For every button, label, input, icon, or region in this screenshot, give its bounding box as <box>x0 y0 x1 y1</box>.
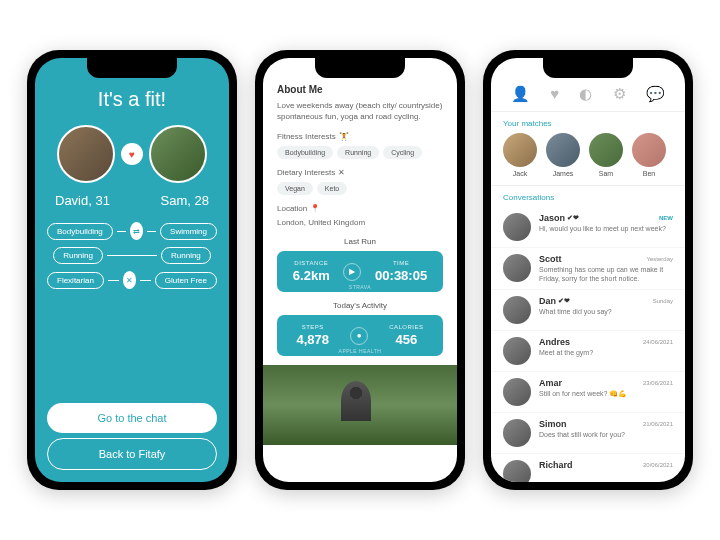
diet-chips: Vegan Keto <box>277 182 443 195</box>
matches-heading: Your matches <box>491 112 685 133</box>
conversation-avatar <box>503 213 531 241</box>
conversation-preview: Hi, would you like to meet up next week? <box>539 224 673 233</box>
activity-icon: ● <box>350 327 368 345</box>
conversation-item[interactable]: Simon21/06/2021Does that still work for … <box>491 413 685 454</box>
match-item[interactable]: Jack <box>503 133 537 177</box>
chip: Vegan <box>277 182 313 195</box>
conversation-preview: What time did you say? <box>539 307 673 316</box>
conversation-item[interactable]: Richard20/06/2021 <box>491 454 685 482</box>
conversation-preview: Meet at the gym? <box>539 348 673 357</box>
trait-pill: Running <box>161 247 211 264</box>
match-avatar <box>503 133 537 167</box>
trait-row: Bodybuilding ⇄ Swimming <box>47 222 217 240</box>
conversations-list[interactable]: Jason ✔❤NEWHi, would you like to meet up… <box>491 207 685 482</box>
trait-pill: Running <box>53 247 103 264</box>
conversation-item[interactable]: Dan ✔❤SundayWhat time did you say? <box>491 290 685 331</box>
pin-icon: 📍 <box>310 204 320 213</box>
avatar-user2[interactable] <box>149 125 207 183</box>
last-run-card: DISTANCE6.2km ▶ TIME00:38:05 STRAVA <box>277 251 443 292</box>
back-button[interactable]: Back to Fitafy <box>47 438 217 470</box>
heart-icon[interactable]: ♥ <box>550 85 559 103</box>
calories-label: CALORIES <box>389 324 423 330</box>
verified-badge-icon: ✔❤ <box>567 214 579 222</box>
conversation-name: Jason ✔❤ <box>539 213 579 223</box>
conversation-avatar <box>503 296 531 324</box>
location-heading: Location📍 <box>277 204 443 213</box>
match-name: James <box>553 170 574 177</box>
chip: Cycling <box>383 146 422 159</box>
diet-heading: Dietary Interests✕ <box>277 168 443 177</box>
conversation-time: 21/06/2021 <box>643 421 673 427</box>
conversation-name: Scott <box>539 254 562 264</box>
conversation-item[interactable]: Jason ✔❤NEWHi, would you like to meet up… <box>491 207 685 248</box>
go-to-chat-button[interactable]: Go to the chat <box>47 403 217 433</box>
match-avatars: ♥ <box>57 125 207 183</box>
today-card: STEPS4,878 ● CALORIES456 APPLE HEALTH <box>277 315 443 356</box>
conversation-avatar <box>503 254 531 282</box>
verified-badge-icon: ✔❤ <box>558 297 570 305</box>
match-item[interactable]: Sam <box>589 133 623 177</box>
conversation-item[interactable]: Amar23/06/2021Still on for next week? 👊💪 <box>491 372 685 413</box>
match-item[interactable]: James <box>546 133 580 177</box>
time-label: TIME <box>375 260 427 266</box>
conversation-time: Sunday <box>653 298 673 304</box>
settings-icon[interactable]: ⚙ <box>613 85 626 103</box>
match-name: Jack <box>513 170 527 177</box>
conversation-item[interactable]: ScottYesterdaySomething has come up can … <box>491 248 685 290</box>
trait-pill: Gluten Free <box>155 272 217 289</box>
conversation-time: 23/06/2021 <box>643 380 673 386</box>
bio-text: Love weekends away (beach city/ countrys… <box>277 100 443 122</box>
dumbbell-icon: 🏋 <box>339 132 349 141</box>
conversation-preview: Something has come up can we make it Fri… <box>539 265 673 283</box>
match-names: David, 31 Sam, 28 <box>47 193 217 208</box>
logo-icon[interactable]: ◐ <box>579 85 592 103</box>
match-avatar <box>546 133 580 167</box>
chat-icon[interactable]: 💬 <box>646 85 665 103</box>
today-heading: Today's Activity <box>277 301 443 310</box>
time-value: 00:38:05 <box>375 268 427 283</box>
fitness-heading: Fitness Interests🏋 <box>277 132 443 141</box>
conversation-time: NEW <box>659 215 673 221</box>
match-screen: It's a fit! ♥ David, 31 Sam, 28 Bodybuil… <box>35 58 229 482</box>
trait-row: Running Running <box>47 247 217 264</box>
match-avatar <box>589 133 623 167</box>
conversation-time: 20/06/2021 <box>643 462 673 468</box>
conversation-time: 24/06/2021 <box>643 339 673 345</box>
match-item[interactable]: Ben <box>632 133 666 177</box>
notch <box>315 58 405 78</box>
avatar-user1[interactable] <box>57 125 115 183</box>
trait-pill: Flexitarian <box>47 272 104 289</box>
notch <box>543 58 633 78</box>
utensils-icon: ✕ <box>338 168 345 177</box>
phone-profile: About Me Love weekends away (beach city/… <box>255 50 465 490</box>
match-avatar <box>632 133 666 167</box>
user1-name: David, 31 <box>55 193 110 208</box>
profile-photo <box>263 365 457 445</box>
conversation-name: Amar <box>539 378 562 388</box>
conversation-avatar <box>503 337 531 365</box>
conversation-avatar <box>503 460 531 482</box>
conversation-name: Simon <box>539 419 567 429</box>
match-name: Ben <box>643 170 655 177</box>
matches-row[interactable]: Jack James Sam Ben <box>491 133 685 186</box>
conversation-preview: Does that still work for you? <box>539 430 673 439</box>
user2-name: Sam, 28 <box>161 193 209 208</box>
conversation-avatar <box>503 378 531 406</box>
last-run-heading: Last Run <box>277 237 443 246</box>
cyclist-image <box>341 381 371 421</box>
conversation-preview: Still on for next week? 👊💪 <box>539 389 673 398</box>
conversation-item[interactable]: Andres24/06/2021Meet at the gym? <box>491 331 685 372</box>
trait-row: Flexitarian ✕ Gluten Free <box>47 271 217 289</box>
conversation-name: Dan ✔❤ <box>539 296 570 306</box>
fitness-icon: ⇄ <box>130 222 142 240</box>
shared-traits: Bodybuilding ⇄ Swimming Running Running … <box>47 222 217 289</box>
chip: Running <box>337 146 379 159</box>
profile-screen[interactable]: About Me Love weekends away (beach city/… <box>263 58 457 482</box>
steps-label: STEPS <box>297 324 330 330</box>
heart-icon: ♥ <box>121 143 143 165</box>
distance-label: DISTANCE <box>293 260 330 266</box>
profile-icon[interactable]: 👤 <box>511 85 530 103</box>
trait-pill: Bodybuilding <box>47 223 113 240</box>
chip: Bodybuilding <box>277 146 333 159</box>
notch <box>87 58 177 78</box>
